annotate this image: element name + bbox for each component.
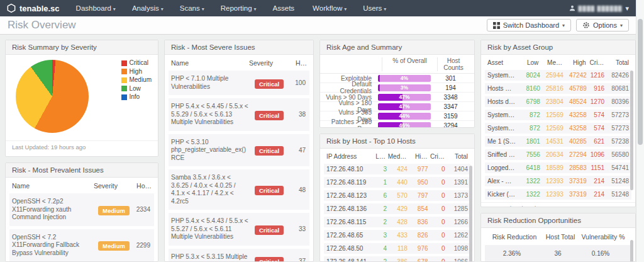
chevron-down-icon: ▾	[620, 23, 623, 28]
host-count: 301	[432, 75, 469, 82]
vuln-name: PHP < 7.1.0 Multiple Vulnerabilities	[171, 75, 252, 91]
page-scrollbar[interactable]	[636, 0, 644, 262]
table-row[interactable]: PHP 5.4.x < 5.4.43 / 5.5.x < 5.5.27 / 5.…	[169, 213, 309, 246]
table-row[interactable]: Hosts d… 6798 23804 48524 1270 80396	[485, 96, 631, 107]
table-body: 172.26.48.10 3 424 977 0 1404 172.26.48.…	[320, 164, 474, 262]
nav-item[interactable]: Users▾	[363, 4, 386, 12]
table-row[interactable]: 172.26.48.65 3 433 826 0 1262	[324, 230, 470, 241]
severity-cell: Critical	[252, 255, 287, 262]
chevron-down-icon: ▾	[202, 6, 204, 12]
table-row[interactable]: 172.26.48.50 4 118 976 0 1098	[324, 243, 470, 254]
table-header: Name Severity H…	[165, 55, 313, 71]
nav-item[interactable]: Assets	[273, 4, 297, 12]
tenable-logo[interactable]: tenable.sc	[6, 3, 60, 13]
table-row[interactable]: System… 8024 25944 47242 1216 82426	[485, 70, 631, 81]
scrollbar-thumb[interactable]	[630, 240, 633, 262]
scrollbar-thumb[interactable]	[469, 166, 472, 262]
table-row[interactable]: PHP 5.3.x < 5.3.15 Multiple Vulnerabilit…	[169, 249, 309, 262]
ip-address: 172.26.48.65	[326, 232, 372, 239]
table-row[interactable]: OpenSSH < 7.2p2 X11Forwarding xauth Comm…	[9, 193, 154, 226]
severity-cell: Critical	[252, 109, 287, 120]
severity-cell: Critical	[252, 77, 287, 89]
total-count: 51248	[604, 178, 629, 185]
percent-bar-cell: 47%	[377, 94, 432, 101]
severity-pie-chart[interactable]	[16, 60, 89, 133]
table-row[interactable]: Patches > 180 Days 46% 3294	[320, 121, 474, 128]
low-count: 2	[372, 258, 387, 262]
total-count: 57273	[604, 125, 629, 132]
table-row[interactable]: 172.26.48.136 2 429 854 0 1285	[324, 203, 470, 214]
table-row[interactable]: Hosts … 8160 25816 45789 916 80681	[485, 83, 631, 94]
vuln-name: PHP 5.4.x < 5.4.43 / 5.5.x < 5.5.27 / 5.…	[171, 217, 252, 241]
percent-bar-cell: 44%	[377, 113, 432, 120]
critical-count: 916	[587, 85, 604, 92]
table-row[interactable]: System… 872 12569 43258 574 57273	[485, 123, 631, 134]
nav-item[interactable]: Dashboard▾	[76, 4, 116, 12]
table-row[interactable]: 2.36% 36 0.16%	[485, 245, 631, 262]
host-count: 33	[287, 225, 307, 232]
table-row[interactable]: PHP 5.4.x < 5.4.45 / 5.5.x < 5.5.29 / 5.…	[169, 98, 309, 131]
low-count: 872	[519, 125, 540, 132]
table-row[interactable]: PHP < 7.1.0 Multiple Vulnerabilities Cri…	[169, 71, 309, 95]
severity-cell: Critical	[252, 224, 287, 235]
user-menu[interactable]: ████ ██████ ▾	[569, 4, 629, 13]
table-row[interactable]: Default Credentials 3% 194	[320, 83, 474, 93]
table-row[interactable]: 172.26.48.10 3 424 977 0 1404	[324, 164, 470, 174]
vulnerability-percent: 0.16%	[577, 250, 625, 257]
percent-label: 47%	[378, 94, 431, 101]
critical-count: 574	[587, 111, 604, 118]
switch-dashboard-button[interactable]: Switch Dashboard ▾	[487, 19, 571, 31]
table-row[interactable]: 172.26.48.123 6 570 797 0 1373	[324, 190, 470, 201]
panel-title: Risk by Asset Group	[481, 40, 635, 55]
legend-label: Critical	[129, 59, 148, 67]
options-button[interactable]: Options ▾	[576, 19, 629, 31]
chevron-down-icon: ▾	[113, 6, 116, 12]
table-row[interactable]: 172.26.48.119 1 440 950 0 1391	[324, 177, 470, 188]
medium-count: 12569	[540, 125, 564, 132]
high-count: 28583	[564, 164, 587, 171]
severity-badge: Critical	[255, 79, 284, 89]
nav-item[interactable]: Reporting▾	[221, 4, 257, 12]
nav-item[interactable]: Analysis▾	[132, 4, 164, 12]
scrollbar-thumb[interactable]	[630, 71, 633, 190]
table-row[interactable]: Sniffed … 7556 20634 27294 1096 56580	[485, 149, 631, 160]
table-row[interactable]: Me 1 (S… 1801 14531 40285 621 57238	[485, 136, 631, 147]
legend-label: High	[129, 68, 142, 76]
table-row[interactable]: PHP < 5.3.10 php_register_variable_ex() …	[169, 134, 309, 167]
chevron-down-icon: ▾	[625, 4, 629, 13]
column-header: IP Address	[326, 153, 370, 160]
table-row[interactable]: Kicker (… 1322 12393 37319 214 51248	[485, 189, 631, 200]
ip-address: 172.26.48.136	[326, 205, 372, 212]
column-header: Med…	[386, 153, 406, 160]
panel-title: Risk - Most Prevalent Issues	[6, 163, 158, 178]
nav-item[interactable]: Workflow▾	[313, 4, 347, 12]
table-row[interactable]: Alex - … 1322 12393 37319 214 51248	[485, 176, 631, 186]
high-count: 45789	[564, 85, 587, 92]
column-header: High	[562, 59, 586, 66]
table-row[interactable]: Logged… 6418 18589 28583 1151 54741	[485, 162, 631, 173]
table-row[interactable]: OpenSSH < 7.2 X11Forwarding Fallback Byp…	[9, 229, 154, 262]
table-row[interactable]: Samba 3.5.x / 3.6.x < 3.6.25 / 4.0.x < 4…	[169, 169, 309, 210]
nav-item-label: Dashboard	[76, 4, 111, 12]
legend-swatch	[121, 60, 127, 66]
high-count: 854	[408, 205, 428, 212]
percent-bar-cell: 4%	[377, 75, 432, 82]
critical-count: 621	[587, 138, 604, 145]
medium-count: 440	[387, 179, 408, 186]
table-row[interactable]: 172.26.48.141 2 386 678 0 1066	[324, 256, 470, 262]
total-count: 54741	[604, 164, 629, 171]
medium-count: 12393	[540, 191, 564, 198]
critical-count: 0	[428, 205, 445, 212]
column-header: Name	[171, 59, 249, 67]
percent-bar: 47%	[378, 94, 431, 101]
low-count: 1	[372, 179, 387, 186]
host-count: 3294	[432, 122, 469, 128]
table-row[interactable]: 172.26.48.115 2 428 836 0 1266	[324, 217, 470, 227]
table-row[interactable]: System… 872 12569 43258 574 57273	[485, 110, 631, 120]
table-header: % of Overall Host Counts	[320, 55, 474, 74]
host-count: 47	[287, 147, 307, 154]
high-count: 43258	[564, 125, 587, 132]
page-scrollbar-thumb[interactable]	[638, 19, 643, 145]
low-count: 2	[372, 205, 387, 212]
nav-item[interactable]: Scans▾	[180, 4, 204, 12]
